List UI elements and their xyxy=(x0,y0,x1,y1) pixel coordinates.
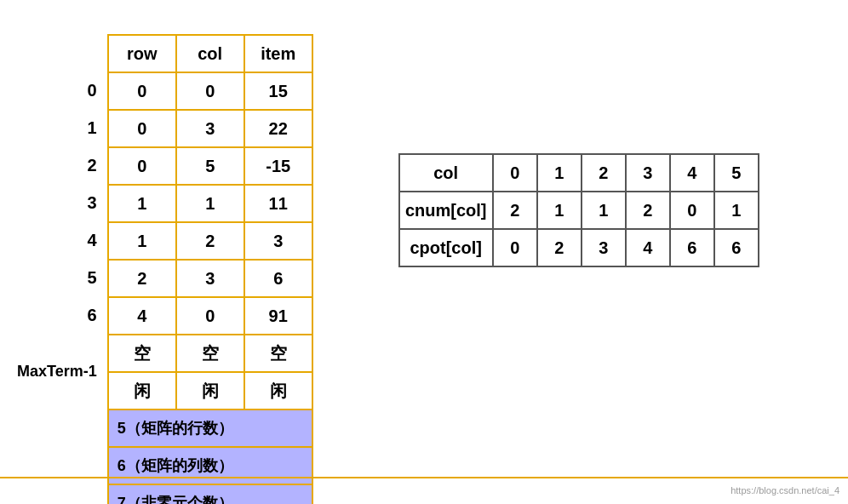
cpot-label: cpot[col] xyxy=(399,229,493,266)
cnum-2: 1 xyxy=(582,192,626,229)
cell-item: -15 xyxy=(244,147,312,185)
right-col-1: 1 xyxy=(537,154,582,192)
cell-item: 3 xyxy=(244,222,312,260)
cnum-1: 1 xyxy=(537,192,582,229)
table-row: 1 1 11 xyxy=(108,185,312,222)
blue-cell-5: 5（矩阵的行数） xyxy=(108,410,312,447)
cell-row: 4 xyxy=(108,297,176,335)
col-col: col xyxy=(176,35,244,72)
cpot-3: 4 xyxy=(626,229,670,266)
idle-cell-2: 闲 xyxy=(176,372,244,410)
empty-row-xian: 闲 闲 闲 xyxy=(108,372,312,410)
cnum-4: 0 xyxy=(670,192,714,229)
maxterm-label: MaxTerm-1 xyxy=(17,334,100,409)
cell-col: 0 xyxy=(176,297,244,335)
cpot-1: 2 xyxy=(537,229,582,266)
empty-row-kong: 空 空 空 xyxy=(108,335,312,372)
right-col-5: 5 xyxy=(714,154,759,192)
blue-row-6: 6（矩阵的列数） xyxy=(108,447,312,484)
cpot-5: 6 xyxy=(714,229,759,266)
idle-cell-1: 闲 xyxy=(108,372,176,410)
right-col-3: 3 xyxy=(626,154,670,192)
table-row: 4 0 91 xyxy=(108,297,312,335)
cnum-3: 2 xyxy=(626,192,670,229)
cell-row: 0 xyxy=(108,72,176,110)
cell-item: 11 xyxy=(244,185,312,222)
cell-item: 15 xyxy=(244,72,312,110)
blue-row-5: 5（矩阵的行数） xyxy=(108,410,312,447)
blue-cell-7: 7（非零元个数） xyxy=(108,484,312,504)
left-inner: 0 1 2 3 4 5 6 MaxTerm-1 row col item xyxy=(17,34,313,504)
cell-item: 22 xyxy=(244,110,312,147)
right-col-4: 4 xyxy=(670,154,714,192)
left-section: 0 1 2 3 4 5 6 MaxTerm-1 row col item xyxy=(17,34,313,504)
bottom-line xyxy=(0,477,848,478)
cpot-0: 0 xyxy=(493,229,537,266)
row-label-6: 6 xyxy=(83,296,100,334)
row-label-4: 4 xyxy=(83,221,100,259)
cell-col: 1 xyxy=(176,185,244,222)
cell-item: 6 xyxy=(244,260,312,297)
row-labels: 0 1 2 3 4 5 6 MaxTerm-1 xyxy=(17,72,100,409)
cell-col: 3 xyxy=(176,110,244,147)
cpot-4: 6 xyxy=(670,229,714,266)
cell-row: 0 xyxy=(108,110,176,147)
col-row: row xyxy=(108,35,176,72)
row-label-3: 3 xyxy=(83,184,100,221)
table-row: 0 5 -15 xyxy=(108,147,312,185)
right-col-0: 0 xyxy=(493,154,537,192)
cell-col: 3 xyxy=(176,260,244,297)
right-section: col 0 1 2 3 4 5 cnum[col] 2 1 1 2 0 1 xyxy=(398,153,759,267)
table-row: 0 0 15 xyxy=(108,72,312,110)
cnum-row: cnum[col] 2 1 1 2 0 1 xyxy=(399,192,759,229)
row-label-0: 0 xyxy=(83,72,100,109)
row-label-1: 1 xyxy=(83,109,100,146)
data-table: row col item 0 0 15 0 3 22 xyxy=(107,34,313,504)
cnum-5: 1 xyxy=(714,192,759,229)
row-label-5: 5 xyxy=(83,259,100,296)
cnum-label: cnum[col] xyxy=(399,192,493,229)
empty-cell-3: 空 xyxy=(244,335,312,372)
cell-col: 5 xyxy=(176,147,244,185)
empty-cell-1: 空 xyxy=(108,335,176,372)
blue-cell-6: 6（矩阵的列数） xyxy=(108,447,312,484)
cell-row: 0 xyxy=(108,147,176,185)
right-header-row: col 0 1 2 3 4 5 xyxy=(399,154,759,192)
table-header-row: row col item xyxy=(108,35,312,72)
cell-row: 1 xyxy=(108,222,176,260)
cell-col: 2 xyxy=(176,222,244,260)
right-col-2: 2 xyxy=(582,154,626,192)
cpot-row: cpot[col] 0 2 3 4 6 6 xyxy=(399,229,759,266)
blue-row-7: 7（非零元个数） xyxy=(108,484,312,504)
cell-item: 91 xyxy=(244,297,312,335)
table-row: 2 3 6 xyxy=(108,260,312,297)
cell-row: 1 xyxy=(108,185,176,222)
cell-col: 0 xyxy=(176,72,244,110)
cell-row: 2 xyxy=(108,260,176,297)
main-container: 0 1 2 3 4 5 6 MaxTerm-1 row col item xyxy=(0,0,848,504)
idle-cell-3: 闲 xyxy=(244,372,312,410)
right-col-header: col xyxy=(399,154,493,192)
right-table: col 0 1 2 3 4 5 cnum[col] 2 1 1 2 0 1 xyxy=(398,153,759,267)
row-label-2: 2 xyxy=(83,146,100,184)
empty-cell-2: 空 xyxy=(176,335,244,372)
cnum-0: 2 xyxy=(493,192,537,229)
watermark: https://blog.csdn.net/cai_4 xyxy=(731,485,839,495)
table-row: 0 3 22 xyxy=(108,110,312,147)
table-row: 1 2 3 xyxy=(108,222,312,260)
cpot-2: 3 xyxy=(582,229,626,266)
col-item: item xyxy=(244,35,312,72)
